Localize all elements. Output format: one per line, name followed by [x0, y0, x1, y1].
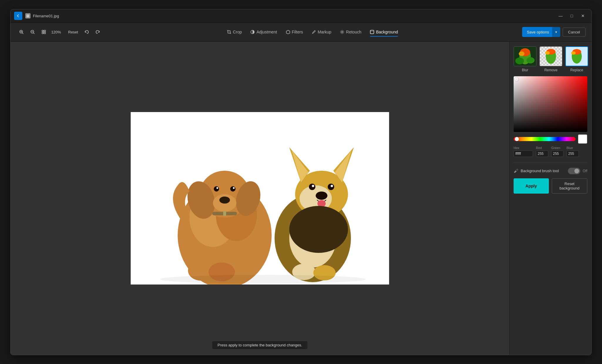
svg-marker-12	[286, 30, 290, 34]
apply-button[interactable]: Apply	[514, 178, 549, 194]
svg-rect-10	[44, 32, 46, 34]
svg-point-40	[331, 185, 333, 187]
minimize-button[interactable]: —	[556, 12, 566, 20]
brush-tool-row: 🖌 Background brush tool Off	[514, 168, 587, 174]
blue-group: Blue	[566, 146, 579, 157]
green-label: Green	[551, 146, 564, 150]
green-input[interactable]	[551, 150, 564, 157]
red-input[interactable]	[536, 150, 548, 157]
crop-label: Crop	[233, 30, 242, 34]
svg-rect-52	[514, 46, 536, 66]
right-panel: Blur	[509, 42, 591, 355]
color-picker-handle[interactable]	[515, 77, 518, 81]
toggle-thumb	[574, 169, 579, 173]
svg-point-36	[316, 192, 327, 200]
red-group: Red	[536, 146, 548, 157]
retouch-tool-button[interactable]: Retouch	[336, 28, 365, 36]
svg-point-24	[214, 186, 219, 192]
svg-point-38	[328, 184, 334, 190]
hex-label: Hex	[514, 146, 533, 150]
svg-rect-7	[42, 30, 43, 32]
color-gradient[interactable]	[514, 76, 587, 132]
svg-rect-14	[370, 30, 374, 34]
adjustment-label: Adjustment	[256, 30, 277, 34]
undo-button[interactable]	[82, 27, 92, 37]
maximize-button[interactable]: □	[567, 12, 577, 20]
zoom-fit-button[interactable]	[39, 27, 49, 37]
dogs-image	[131, 112, 389, 285]
crop-tool-button[interactable]: Crop	[223, 28, 246, 36]
markup-tool-button[interactable]: Markup	[308, 28, 336, 36]
window-title: Filename01.jpg	[33, 14, 556, 18]
toolbar: 120% Reset Crop	[11, 23, 591, 42]
save-options-chevron-button[interactable]: ▾	[552, 27, 560, 37]
redo-button[interactable]	[93, 27, 103, 37]
svg-point-42	[289, 206, 348, 253]
reset-background-button[interactable]: Reset background	[552, 178, 588, 194]
zoom-out-button[interactable]	[28, 27, 38, 37]
svg-point-23	[219, 197, 230, 204]
app-icon: 🖼	[25, 13, 31, 18]
svg-line-3	[22, 33, 23, 34]
background-label: Background	[376, 30, 398, 34]
main-content: Press apply to complete the background c…	[11, 42, 591, 355]
nav-tools: Crop Adjustment Filters M	[104, 28, 521, 36]
svg-rect-8	[44, 30, 46, 32]
blur-label: Blur	[522, 68, 528, 72]
remove-option[interactable]: Remove	[539, 46, 562, 72]
svg-rect-29	[223, 211, 226, 216]
markup-label: Markup	[318, 30, 332, 34]
hex-group: Hex	[514, 146, 533, 157]
svg-rect-9	[42, 32, 43, 34]
hue-slider[interactable]	[514, 137, 576, 141]
blue-label: Blue	[566, 146, 579, 150]
status-message: Press apply to complete the background c…	[212, 341, 307, 349]
svg-line-6	[33, 33, 34, 34]
replace-option[interactable]: Replace	[565, 46, 588, 72]
action-buttons: Apply Reset background	[514, 178, 587, 194]
color-picker: Hex Red Green Blue	[514, 76, 587, 157]
hue-slider-row	[514, 134, 587, 144]
close-button[interactable]: ✕	[578, 12, 588, 20]
hue-slider-thumb[interactable]	[515, 137, 519, 141]
svg-point-27	[233, 187, 235, 189]
zoom-in-button[interactable]	[16, 27, 26, 37]
blue-input[interactable]	[566, 150, 579, 157]
background-tool-button[interactable]: Background	[366, 28, 402, 36]
svg-point-25	[230, 186, 236, 192]
filters-label: Filters	[292, 30, 303, 34]
retouch-label: Retouch	[346, 30, 361, 34]
svg-point-39	[312, 185, 314, 187]
save-options-button[interactable]: Save options	[522, 27, 554, 37]
reset-button[interactable]: Reset	[66, 27, 80, 37]
save-options-label: Save options	[527, 30, 549, 34]
image-canvas	[131, 112, 389, 285]
toggle-state-label: Off	[583, 169, 587, 173]
zoom-controls: 120%	[16, 27, 62, 37]
svg-point-45	[160, 275, 366, 284]
red-label: Red	[536, 146, 548, 150]
blur-thumbnail[interactable]	[514, 46, 537, 66]
remove-thumbnail[interactable]	[539, 46, 562, 66]
adjustment-tool-button[interactable]: Adjustment	[246, 28, 281, 36]
green-group: Green	[551, 146, 564, 157]
remove-label: Remove	[544, 68, 558, 72]
canvas-area: Press apply to complete the background c…	[11, 42, 509, 355]
cancel-button[interactable]: Cancel	[563, 28, 586, 37]
back-button[interactable]	[14, 12, 22, 20]
svg-point-13	[342, 31, 343, 33]
svg-point-64	[571, 51, 576, 54]
brush-toggle[interactable]	[568, 168, 580, 174]
toolbar-right: Save options ▾ Cancel	[522, 27, 586, 37]
filters-tool-button[interactable]: Filters	[282, 28, 307, 36]
app-window: 🖼 Filename01.jpg — □ ✕	[10, 9, 592, 355]
title-bar: 🖼 Filename01.jpg — □ ✕	[11, 9, 591, 23]
divider	[514, 162, 587, 162]
window-controls: — □ ✕	[556, 12, 588, 20]
brush-tool-label: Background brush tool	[521, 169, 566, 173]
blur-option[interactable]: Blur	[514, 46, 537, 72]
svg-point-60	[545, 51, 550, 55]
hex-input[interactable]	[514, 150, 533, 157]
background-options: Blur	[514, 46, 587, 72]
replace-thumbnail[interactable]	[565, 46, 588, 66]
